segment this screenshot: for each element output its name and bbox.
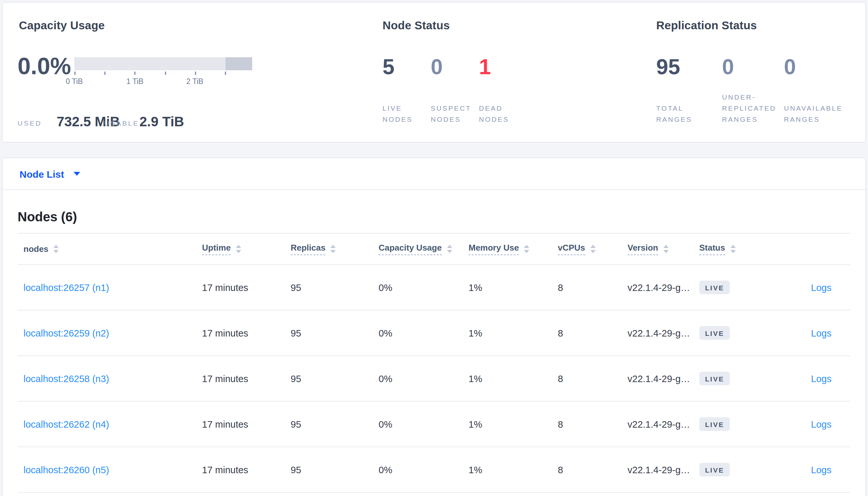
node-list-dropdown[interactable]: Node List (19, 168, 80, 179)
axis-tick (104, 72, 105, 75)
status-cell: LIVE (699, 372, 797, 385)
suspect-nodes-label: SUSPECT NODES (431, 103, 474, 125)
replicas-cell: 95 (290, 419, 379, 429)
sort-icon (590, 245, 596, 253)
view-selector-bar: Node List (3, 158, 865, 190)
node-link[interactable]: localhost:26257 (n1) (24, 282, 202, 293)
column-header-replicas[interactable]: Replicas (290, 243, 379, 255)
memory-cell: 1% (468, 328, 558, 338)
usable-label: USABLE (104, 120, 139, 127)
dead-nodes-label: DEAD NODES (479, 103, 522, 125)
axis-tick-label: 0 TiB (60, 77, 89, 85)
column-header-memory-use[interactable]: Memory Use (468, 243, 558, 255)
version-cell: v22.1.4-29-g… (628, 464, 699, 475)
capacity-cell: 0% (379, 419, 468, 429)
sort-icon (447, 245, 452, 253)
cluster-overview-page: Capacity Usage 0.0% 0 TiB 1 TiB 2 TiB US… (0, 0, 868, 496)
node-row: localhost:26262 (n4) 17 minutes 95 0% 1%… (18, 402, 850, 447)
memory-cell: 1% (468, 373, 558, 384)
sort-icon (663, 245, 669, 253)
node-row: localhost:26257 (n1) 17 minutes 95 0% 1%… (18, 265, 850, 310)
under-replicated-ranges-value: 0 (722, 56, 779, 77)
sort-icon (331, 245, 336, 253)
column-header-status[interactable]: Status (699, 243, 797, 255)
total-ranges-metric: 95 TOTAL RANGES (656, 56, 714, 125)
status-cell: LIVE (699, 281, 797, 294)
node-row: localhost:26259 (n2) 17 minutes 95 0% 1%… (18, 310, 850, 356)
node-link[interactable]: localhost:26262 (n4) (24, 419, 202, 429)
column-header-capacity-usage[interactable]: Capacity Usage (379, 243, 468, 255)
under-replicated-ranges-metric: 0 UNDER-REPLICATED RANGES (722, 56, 779, 125)
live-nodes-metric: 5 LIVE NODES (383, 56, 425, 125)
axis-tick (134, 72, 135, 75)
vcpus-cell: 8 (558, 419, 628, 429)
live-status-badge: LIVE (699, 326, 730, 340)
capacity-percent-value: 0.0% (18, 55, 71, 78)
suspect-nodes-metric: 0 SUSPECT NODES (431, 56, 474, 125)
capacity-bar-dark-segment (225, 57, 252, 70)
axis-tick (74, 72, 75, 75)
capacity-usage-bar (74, 57, 252, 70)
axis-tick (165, 72, 166, 75)
suspect-nodes-value: 0 (431, 56, 474, 77)
capacity-cell: 0% (379, 328, 468, 338)
version-cell: v22.1.4-29-g… (628, 328, 699, 338)
logs-link[interactable]: Logs (811, 419, 832, 429)
vcpus-cell: 8 (558, 328, 628, 338)
axis-tick (225, 72, 226, 75)
live-nodes-label: LIVE NODES (383, 103, 425, 125)
unavailable-ranges-metric: 0 UNAVAILABLE RANGES (784, 56, 844, 125)
sort-icon (524, 245, 529, 253)
logs-link[interactable]: Logs (811, 328, 832, 338)
sort-icon (236, 245, 241, 253)
cluster-summary-card: Capacity Usage 0.0% 0 TiB 1 TiB 2 TiB US… (2, 2, 866, 142)
vcpus-cell: 8 (558, 464, 628, 475)
logs-link[interactable]: Logs (811, 464, 832, 475)
capacity-usage-title: Capacity Usage (19, 19, 105, 33)
capacity-cell: 0% (379, 282, 468, 293)
caret-down-icon (74, 172, 80, 176)
axis-tick-label: 1 TiB (121, 77, 149, 85)
memory-cell: 1% (468, 282, 558, 293)
node-row: localhost:26260 (n5) 17 minutes 95 0% 1%… (18, 447, 850, 493)
sort-icon (730, 245, 735, 253)
column-header-nodes[interactable]: nodes (24, 244, 202, 254)
axis-tick-label: 2 TiB (180, 77, 209, 85)
replicas-cell: 95 (290, 328, 379, 338)
node-status-title: Node Status (383, 19, 450, 33)
uptime-cell: 17 minutes (202, 419, 290, 429)
live-status-badge: LIVE (699, 372, 730, 385)
version-cell: v22.1.4-29-g… (628, 373, 699, 384)
dead-nodes-metric: 1 DEAD NODES (479, 56, 522, 125)
column-header-uptime[interactable]: Uptime (202, 243, 290, 255)
replicas-cell: 95 (290, 464, 379, 475)
dead-nodes-value: 1 (479, 56, 522, 77)
total-ranges-value: 95 (656, 56, 714, 77)
nodes-table: nodes Uptime Replicas Capacity Usage Mem… (18, 233, 850, 493)
uptime-cell: 17 minutes (202, 373, 290, 384)
memory-cell: 1% (468, 464, 558, 475)
status-cell: LIVE (699, 417, 797, 431)
axis-tick (195, 72, 196, 75)
node-link[interactable]: localhost:26259 (n2) (24, 328, 202, 338)
version-cell: v22.1.4-29-g… (628, 419, 699, 429)
nodes-heading: Nodes (6) (18, 210, 77, 224)
node-link[interactable]: localhost:26258 (n3) (24, 373, 202, 384)
column-header-vcpus[interactable]: vCPUs (558, 243, 628, 255)
node-list-dropdown-label: Node List (19, 168, 64, 179)
live-status-badge: LIVE (699, 281, 730, 294)
status-cell: LIVE (699, 463, 797, 477)
replicas-cell: 95 (290, 373, 379, 384)
capacity-cell: 0% (379, 373, 468, 384)
vcpus-cell: 8 (558, 373, 628, 384)
memory-cell: 1% (468, 419, 558, 429)
node-link[interactable]: localhost:26260 (n5) (24, 464, 202, 475)
uptime-cell: 17 minutes (202, 328, 290, 338)
column-header-version[interactable]: Version (628, 243, 699, 255)
logs-link[interactable]: Logs (811, 282, 832, 293)
uptime-cell: 17 minutes (202, 282, 290, 293)
unavailable-ranges-label: UNAVAILABLE RANGES (784, 103, 844, 125)
vcpus-cell: 8 (558, 282, 628, 293)
logs-link[interactable]: Logs (811, 373, 832, 384)
live-status-badge: LIVE (699, 417, 730, 431)
